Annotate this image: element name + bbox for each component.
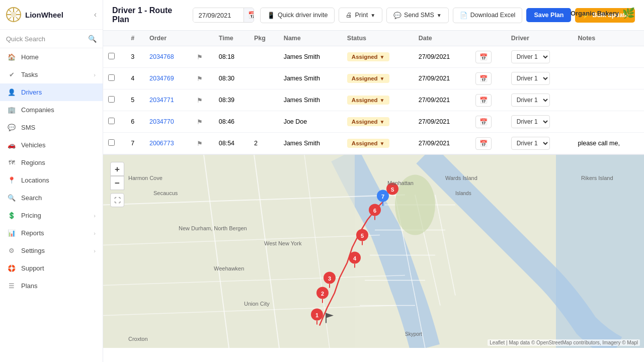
row-checkbox-1[interactable]: [108, 74, 115, 81]
status-badge-1[interactable]: Assigned ▼: [347, 74, 389, 83]
sidebar-item-search[interactable]: 🔍 Search: [0, 189, 103, 207]
row-cal-btn-2[interactable]: 📅: [475, 94, 492, 107]
support-nav-icon: 🛟: [7, 264, 16, 272]
row-checkbox-4[interactable]: [108, 139, 115, 146]
col-status: Status: [342, 31, 414, 46]
status-badge-3[interactable]: Assigned ▼: [347, 117, 389, 126]
driver-select-0[interactable]: Driver 1 Driver 2 Driver 3: [511, 50, 550, 63]
sidebar-item-regions[interactable]: 🗺 Regions: [0, 154, 103, 171]
invite-label: Quick driver invite: [278, 12, 328, 19]
col-time: Time: [214, 31, 249, 46]
sidebar-item-reports[interactable]: 📊 Reports ›: [0, 224, 103, 242]
sidebar-item-sms[interactable]: 💬 SMS: [0, 119, 103, 136]
regions-nav-label: Regions: [21, 159, 96, 166]
settings-nav-label: Settings: [21, 247, 89, 254]
zoom-out-button[interactable]: −: [110, 176, 124, 190]
svg-line-6: [8, 9, 11, 12]
status-badge-2[interactable]: Assigned ▼: [347, 96, 389, 105]
row-num-3: 6: [126, 111, 144, 133]
driver-select-1[interactable]: Driver 1 Driver 2 Driver 3: [511, 72, 550, 85]
save-label: Save Plan: [534, 12, 564, 19]
companies-nav-icon: 🏢: [7, 106, 16, 114]
logo-icon: [6, 7, 21, 22]
order-link-1[interactable]: 2034769: [149, 75, 174, 82]
pricing-arrow-icon: ›: [94, 213, 96, 219]
app-title: LionWheel: [25, 11, 63, 19]
sidebar-item-locations[interactable]: 📍 Locations: [0, 171, 103, 189]
sidebar-item-pricing[interactable]: 💲 Pricing ›: [0, 207, 103, 224]
search-nav-icon: 🔍: [7, 194, 16, 202]
quick-search-label: Quick Search: [6, 35, 85, 43]
row-checkbox-2[interactable]: [108, 96, 115, 103]
row-time-4: 08:54: [214, 133, 249, 154]
driver-select-4[interactable]: Driver 1 Driver 2 Driver 3: [511, 137, 550, 150]
order-link-2[interactable]: 2034771: [149, 97, 174, 104]
svg-text:2: 2: [321, 291, 324, 297]
fullscreen-button[interactable]: ⛶: [110, 193, 124, 207]
table-header: # Order Time Pkg Name Status Date Driver…: [103, 31, 644, 46]
quick-driver-invite-button[interactable]: 📱 Quick driver invite: [260, 8, 335, 23]
row-time-0: 08:18: [214, 46, 249, 68]
sidebar-item-settings[interactable]: ⚙ Settings ›: [0, 242, 103, 259]
print-button[interactable]: 🖨 Print ▼: [339, 8, 382, 23]
sidebar-item-companies[interactable]: 🏢 Companies: [0, 101, 103, 119]
date-input[interactable]: [193, 9, 244, 22]
driver-select-2[interactable]: Driver 1 Driver 2 Driver 3: [511, 94, 550, 107]
navigation: 🏠 Home ✔ Tasks › 👤 Drivers 🏢 Companies 💬…: [0, 48, 103, 295]
row-date-3: 27/09/2021: [414, 111, 470, 133]
row-cal-btn-1[interactable]: 📅: [475, 72, 492, 85]
order-link-0[interactable]: 2034768: [149, 53, 174, 60]
row-packages-1: [249, 68, 279, 89]
svg-text:Wards Island: Wards Island: [445, 175, 477, 181]
col-date: Date: [414, 31, 470, 46]
row-flag-icon-2: ⚑: [197, 97, 203, 104]
row-time-1: 08:30: [214, 68, 249, 89]
org-brand: Organic Bakery 🌿: [571, 7, 635, 19]
row-time-2: 08:39: [214, 89, 249, 111]
search-nav-label: Search: [21, 194, 96, 202]
quick-search-icon[interactable]: 🔍: [88, 35, 97, 43]
row-date-2: 27/09/2021: [414, 89, 470, 111]
row-cal-btn-3[interactable]: 📅: [475, 116, 492, 128]
row-cal-btn-0[interactable]: 📅: [475, 51, 492, 63]
sidebar-item-plans[interactable]: ☰ Plans: [0, 277, 103, 295]
svg-text:1: 1: [315, 312, 318, 318]
zoom-in-button[interactable]: +: [110, 162, 124, 176]
calendar-button[interactable]: 📅: [244, 8, 254, 22]
row-packages-4: 2: [249, 133, 279, 154]
row-num-2: 5: [126, 89, 144, 111]
svg-text:S: S: [391, 187, 394, 193]
sidebar-item-support[interactable]: 🛟 Support: [0, 259, 103, 277]
logo-area: LionWheel: [6, 7, 63, 22]
sms-icon: 💬: [393, 12, 401, 19]
download-excel-button[interactable]: 📄 Download Excel: [453, 8, 523, 23]
sidebar-item-tasks[interactable]: ✔ Tasks ›: [0, 66, 103, 83]
excel-icon: 📄: [460, 12, 468, 19]
row-checkbox-3[interactable]: [108, 118, 115, 124]
support-nav-label: Support: [21, 264, 96, 272]
table-row: 6 2034770 ⚑ 08:46 Joe Doe Assigned ▼ 27/…: [103, 111, 644, 133]
sidebar-item-vehicles[interactable]: 🚗 Vehicles: [0, 136, 103, 154]
row-checkbox-0[interactable]: [108, 53, 115, 59]
tasks-nav-icon: ✔: [7, 71, 16, 78]
sidebar-item-drivers[interactable]: 👤 Drivers: [0, 83, 103, 101]
row-cal-btn-4[interactable]: 📅: [475, 137, 492, 150]
status-badge-0[interactable]: Assigned ▼: [347, 52, 389, 61]
order-link-4[interactable]: 2006773: [149, 140, 174, 147]
home-nav-icon: 🏠: [7, 53, 16, 61]
table-body: 3 2034768 ⚑ 08:18 James Smith Assigned ▼…: [103, 46, 644, 154]
org-leaf-icon: 🌿: [622, 7, 635, 19]
sidebar-collapse-button[interactable]: ‹: [94, 10, 97, 19]
reports-arrow-icon: ›: [94, 230, 96, 236]
route-table: # Order Time Pkg Name Status Date Driver…: [103, 31, 644, 154]
driver-select-3[interactable]: Driver 1 Driver 2 Driver 3: [511, 115, 550, 128]
status-badge-4[interactable]: Assigned ▼: [347, 139, 389, 148]
row-flag-icon-0: ⚑: [197, 54, 203, 61]
order-link-3[interactable]: 2034770: [149, 118, 174, 125]
home-nav-label: Home: [21, 53, 96, 61]
sidebar-item-home[interactable]: 🏠 Home: [0, 48, 103, 66]
svg-text:7: 7: [381, 194, 384, 200]
svg-text:Harmon Cove: Harmon Cove: [128, 175, 163, 181]
send-sms-button[interactable]: 💬 Send SMS ▼: [386, 8, 449, 23]
save-plan-button[interactable]: Save Plan: [526, 8, 571, 22]
